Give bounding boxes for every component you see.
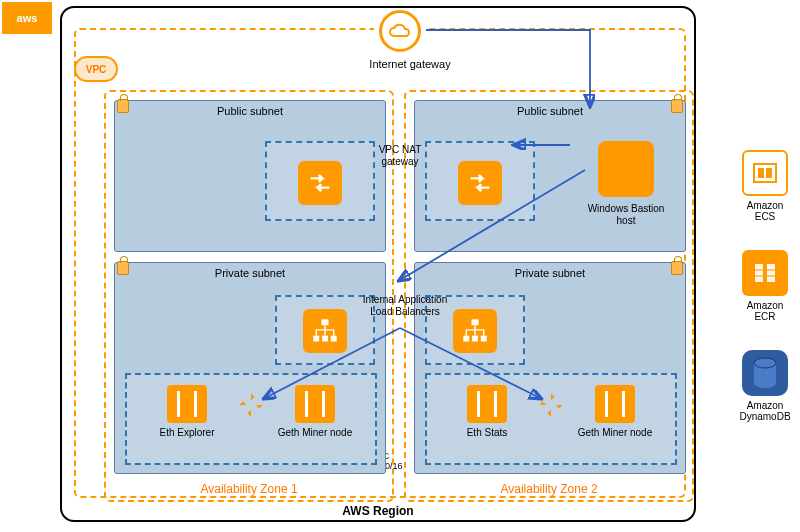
svg-rect-9 bbox=[758, 168, 764, 178]
svg-rect-4 bbox=[472, 319, 479, 325]
ecr-label: Amazon ECR bbox=[747, 300, 784, 322]
az1-node-explorer: Eth Explorer bbox=[147, 385, 227, 438]
autoscale-icon bbox=[237, 391, 265, 419]
container-icon bbox=[167, 385, 207, 423]
az1-nodes-group: Eth Explorer Geth Miner node bbox=[125, 373, 377, 465]
az1-lb-group bbox=[275, 295, 375, 365]
az1-nat-group bbox=[265, 141, 375, 221]
dynamodb-icon bbox=[742, 350, 788, 396]
internet-gateway: Internet gateway bbox=[374, 10, 426, 62]
availability-zone-1: Availability Zone 1 Public subnet Privat… bbox=[104, 90, 394, 502]
az2-private-label: Private subnet bbox=[515, 267, 585, 279]
region-label: AWS Region bbox=[342, 504, 413, 518]
lock-icon bbox=[671, 99, 683, 113]
ddb-label: Amazon DynamoDB bbox=[739, 400, 790, 422]
az2-lb-group bbox=[425, 295, 525, 365]
az2-node1-label: Eth Stats bbox=[467, 427, 508, 438]
az1-label: Availability Zone 1 bbox=[200, 482, 297, 496]
az2-public-label: Public subnet bbox=[517, 105, 583, 117]
ecs-label: Amazon ECS bbox=[747, 200, 784, 222]
svg-rect-8 bbox=[754, 164, 776, 182]
availability-zone-2: Availability Zone 2 Public subnet Window… bbox=[404, 90, 694, 502]
svg-rect-5 bbox=[463, 336, 469, 342]
vpc-container: VPC 10.0.0.0/16 Availability Zone 1 Publ… bbox=[74, 28, 686, 498]
az1-public-subnet: Public subnet bbox=[114, 100, 386, 252]
service-ecr: Amazon ECR bbox=[736, 250, 794, 322]
az2-node-stats: Eth Stats bbox=[447, 385, 527, 438]
svg-rect-3 bbox=[331, 336, 337, 342]
svg-rect-11 bbox=[755, 264, 763, 282]
az2-label: Availability Zone 2 bbox=[500, 482, 597, 496]
cloud-icon bbox=[379, 10, 421, 52]
ecs-icon bbox=[742, 150, 788, 196]
az1-node-miner: Geth Miner node bbox=[275, 385, 355, 438]
az2-node-miner: Geth Miner node bbox=[575, 385, 655, 438]
az2-private-subnet: Private subnet Eth Stats bbox=[414, 262, 686, 474]
az1-public-label: Public subnet bbox=[217, 105, 283, 117]
svg-rect-1 bbox=[313, 336, 319, 342]
bastion-icon bbox=[598, 141, 654, 197]
nat-gateway-icon bbox=[458, 161, 502, 205]
bastion-host: Windows Bastion host bbox=[587, 141, 665, 241]
lock-icon bbox=[117, 99, 129, 113]
svg-rect-10 bbox=[766, 168, 772, 178]
svg-rect-2 bbox=[322, 336, 328, 342]
container-icon bbox=[467, 385, 507, 423]
az2-node2-label: Geth Miner node bbox=[578, 427, 653, 438]
lock-icon bbox=[671, 261, 683, 275]
load-balancer-icon bbox=[303, 309, 347, 353]
aws-region-container: AWS Region VPC 10.0.0.0/16 Availability … bbox=[60, 6, 696, 522]
igw-label: Internet gateway bbox=[350, 58, 470, 70]
svg-rect-7 bbox=[481, 336, 487, 342]
bastion-label: Windows Bastion host bbox=[587, 203, 665, 227]
nat-gateway-icon bbox=[298, 161, 342, 205]
az1-node2-label: Geth Miner node bbox=[278, 427, 353, 438]
az2-nat-group bbox=[425, 141, 535, 221]
aws-logo: aws bbox=[2, 2, 52, 34]
service-ecs: Amazon ECS bbox=[736, 150, 794, 222]
service-dynamodb: Amazon DynamoDB bbox=[736, 350, 794, 422]
svg-rect-0 bbox=[322, 319, 329, 325]
az2-public-subnet: Public subnet Windows Bastion host bbox=[414, 100, 686, 252]
az1-node1-label: Eth Explorer bbox=[159, 427, 214, 438]
ecr-icon bbox=[742, 250, 788, 296]
container-icon bbox=[295, 385, 335, 423]
aws-logo-text: aws bbox=[17, 12, 38, 24]
svg-rect-6 bbox=[472, 336, 478, 342]
vpc-badge: VPC bbox=[74, 56, 118, 82]
vpc-badge-text: VPC bbox=[86, 64, 107, 75]
load-balancer-icon bbox=[453, 309, 497, 353]
autoscale-icon bbox=[537, 391, 565, 419]
svg-rect-12 bbox=[767, 264, 775, 282]
az1-private-label: Private subnet bbox=[215, 267, 285, 279]
az1-private-subnet: Private subnet Eth Explorer bbox=[114, 262, 386, 474]
lock-icon bbox=[117, 261, 129, 275]
container-icon bbox=[595, 385, 635, 423]
az2-nodes-group: Eth Stats Geth Miner node bbox=[425, 373, 677, 465]
